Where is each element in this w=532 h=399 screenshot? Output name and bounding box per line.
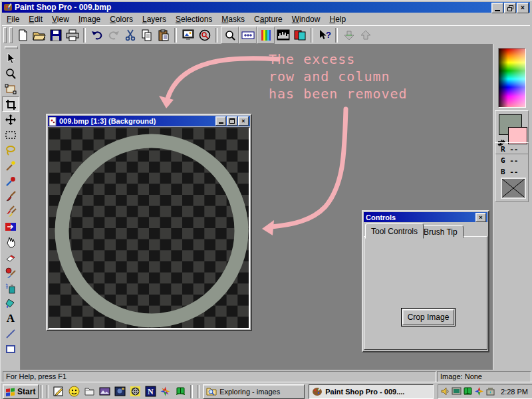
task-label: Paint Shop Pro - 009....	[325, 388, 404, 396]
color-picker-gradient[interactable]	[498, 48, 526, 108]
close-button[interactable]: ×	[517, 3, 529, 13]
undo-icon[interactable]	[88, 27, 105, 43]
arrow-down-icon[interactable]	[340, 27, 357, 43]
toolbar-grip[interactable]	[9, 27, 13, 43]
minimize-button[interactable]	[491, 3, 503, 13]
print-icon[interactable]	[64, 27, 80, 43]
menu-view[interactable]: View	[47, 13, 74, 25]
ring-graphic	[49, 128, 249, 328]
quicklaunch-folder-icon[interactable]	[82, 384, 97, 399]
tool-flood-fill[interactable]	[2, 295, 19, 311]
start-button[interactable]: Start	[3, 384, 39, 399]
image-minimize-button[interactable]	[215, 116, 226, 126]
new-icon[interactable]	[14, 27, 31, 43]
normal-viewing-icon[interactable]	[239, 27, 257, 44]
menu-capture[interactable]: Capture	[249, 13, 287, 25]
menu-help[interactable]: Help	[325, 13, 350, 25]
quicklaunch-pencil-pad-icon[interactable]	[51, 384, 66, 399]
toolbar-grip[interactable]	[3, 27, 7, 43]
tool-deformation[interactable]	[2, 81, 19, 96]
task-exploring-images[interactable]: Exploring - images	[203, 384, 305, 399]
quicklaunch-picture-icon[interactable]	[97, 384, 112, 399]
tool-mover[interactable]	[2, 112, 19, 127]
title-bar[interactable]: Paint Shop Pro - 009.bmp ×	[2, 2, 530, 13]
menu-window[interactable]: Window	[287, 13, 325, 25]
restore-button[interactable]	[504, 3, 516, 13]
svg-text:N: N	[148, 387, 154, 396]
menu-selections[interactable]: Selections	[171, 13, 217, 25]
tool-eraser[interactable]	[2, 249, 19, 265]
open-icon[interactable]	[31, 27, 47, 43]
tool-freehand[interactable]	[2, 142, 19, 158]
tab-brush-tip[interactable]: Brush Tip	[418, 225, 464, 238]
r-value: R --	[501, 145, 528, 154]
image-canvas[interactable]	[48, 127, 250, 329]
tool-arrow[interactable]	[2, 51, 19, 66]
tool-paintbrush[interactable]	[2, 188, 19, 203]
volume-icon[interactable]	[440, 386, 450, 396]
pinwheel-icon[interactable]	[474, 386, 484, 396]
image-maximize-button[interactable]	[227, 116, 237, 126]
cut-icon[interactable]	[122, 27, 138, 43]
color-panel: R -- G -- B --	[493, 44, 530, 370]
full-screen-preview-icon[interactable]	[180, 27, 196, 43]
quicklaunch-green-book-icon[interactable]	[173, 384, 188, 399]
color-palette-icon[interactable]	[257, 27, 275, 44]
task-paint-shop-pro[interactable]: Paint Shop Pro - 009....	[309, 384, 433, 399]
tool-magic-wand[interactable]	[2, 158, 19, 173]
psp-icon	[312, 386, 323, 396]
book-icon[interactable]	[463, 386, 473, 396]
tool-line[interactable]	[2, 326, 19, 341]
toolbar-separator	[215, 28, 218, 43]
tool-picture-tube[interactable]	[2, 265, 19, 280]
quicklaunch-camera-icon[interactable]	[112, 384, 128, 399]
tool-airbrush[interactable]	[2, 280, 19, 295]
rgb-readout: R -- G -- B --	[495, 142, 529, 202]
controls-palette[interactable]: Controls × Tool Controls Brush Tip Crop …	[362, 210, 489, 352]
save-icon[interactable]	[47, 27, 64, 43]
menu-colors[interactable]: Colors	[105, 13, 138, 25]
display-icon[interactable]	[452, 386, 462, 396]
image-window-title-bar[interactable]: 009.bmp [1:3] (Background) ×	[48, 116, 250, 126]
controls-title-bar[interactable]: Controls ×	[364, 212, 487, 222]
crop-image-button[interactable]: Crop Image	[401, 308, 456, 327]
tool-crop[interactable]	[2, 96, 19, 112]
tool-zoom[interactable]	[2, 66, 19, 81]
quicklaunch-compass-icon[interactable]	[128, 384, 143, 399]
arrow-up-icon[interactable]	[357, 27, 374, 43]
ink-icon[interactable]	[485, 386, 495, 396]
toolbar: ?	[2, 25, 530, 45]
tool-color-replacer[interactable]	[2, 219, 19, 234]
menu-layers[interactable]: Layers	[138, 13, 171, 25]
paint-shop-pro-window: Paint Shop Pro - 009.bmp × FileEditViewI…	[0, 0, 532, 399]
menu-file[interactable]: File	[2, 13, 24, 25]
tool-dropper[interactable]	[2, 173, 19, 188]
tool-clone-brush[interactable]	[2, 203, 19, 219]
quicklaunch-smiley-icon[interactable]	[66, 384, 82, 399]
menu-edit[interactable]: Edit	[24, 13, 47, 25]
clock[interactable]: 2:28 PM	[501, 388, 530, 396]
menu-masks[interactable]: Masks	[217, 13, 249, 25]
paste-icon[interactable]	[155, 27, 172, 43]
controls-close-button[interactable]: ×	[475, 213, 486, 222]
image-window[interactable]: 009.bmp [1:3] (Background) ×	[46, 114, 252, 331]
histogram-icon[interactable]	[275, 27, 291, 43]
context-help-icon[interactable]: ?	[316, 27, 332, 43]
tool-text[interactable]: A	[2, 311, 19, 326]
quicklaunch-pinwheel-icon[interactable]	[158, 384, 174, 399]
quicklaunch-netscape-icon[interactable]: N	[143, 384, 158, 399]
tool-selection[interactable]	[2, 127, 19, 142]
taskbar-separator	[197, 385, 200, 398]
menu-image[interactable]: Image	[74, 13, 105, 25]
zoom-toolbar-icon[interactable]	[221, 27, 239, 44]
redo-icon[interactable]	[105, 27, 122, 43]
tab-tool-controls[interactable]: Tool Controls	[365, 223, 424, 239]
image-close-button[interactable]: ×	[238, 116, 249, 126]
workspace: A R -- G -- B --	[2, 44, 530, 370]
browse-icon[interactable]	[196, 27, 213, 43]
tool-retouch[interactable]	[2, 234, 19, 249]
layer-palette-icon[interactable]	[291, 27, 308, 43]
copy-icon[interactable]	[138, 27, 155, 43]
tool-shape[interactable]	[2, 341, 19, 356]
palette-grip[interactable]	[5, 46, 18, 49]
